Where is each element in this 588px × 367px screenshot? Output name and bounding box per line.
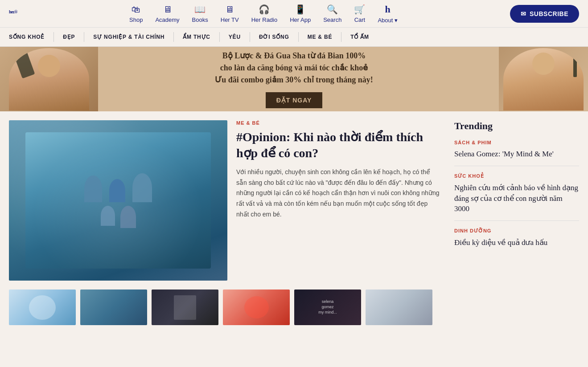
herradio-icon: 🎧 bbox=[259, 4, 270, 15]
cat-doi-song[interactable]: ĐỜI SỐNG bbox=[250, 32, 299, 42]
thumbnail-5[interactable]: selenagomezmy mind... bbox=[294, 290, 361, 325]
trending-title: Trending bbox=[454, 120, 579, 132]
nav-shop[interactable]: 🛍 Shop bbox=[129, 4, 143, 23]
search-icon: 🔍 bbox=[327, 4, 338, 15]
nav-search[interactable]: 🔍 Search bbox=[323, 4, 341, 23]
cat-to-am[interactable]: TỔ ẤM bbox=[341, 32, 378, 42]
herapp-icon: 📱 bbox=[295, 4, 306, 15]
category-nav: SỐNG KHOẺ ĐẸP SỰ NGHIỆP & TÀI CHÍNH ẨM T… bbox=[0, 28, 588, 47]
main-content: ME & BÉ #Opinion: Khi nào thời điểm thíc… bbox=[0, 111, 588, 334]
cat-yeu[interactable]: YÊU bbox=[220, 32, 250, 42]
books-icon: 📖 bbox=[194, 4, 206, 15]
trending-cat-3[interactable]: DINH DƯỠNG bbox=[454, 228, 579, 234]
nav-herradio[interactable]: 🎧 Her Radio bbox=[251, 4, 278, 23]
nav-herapp[interactable]: 📱 Her App bbox=[290, 4, 311, 23]
email-icon: ✉ bbox=[521, 10, 526, 17]
nav-academy[interactable]: 🖥 Academy bbox=[155, 4, 179, 23]
articles-section: ME & BÉ #Opinion: Khi nào thời điểm thíc… bbox=[9, 120, 441, 325]
cat-su-nghiep[interactable]: SỰ NGHIỆP & TÀI CHÍNH bbox=[84, 32, 174, 42]
article-excerpt: Với nhiều người, chuyện sinh con không c… bbox=[236, 167, 441, 220]
subscribe-button[interactable]: ✉ SUBSCRIBE bbox=[510, 5, 579, 23]
dot-2[interactable] bbox=[292, 102, 296, 106]
trending-item-1[interactable]: Selena Gomez: 'My Mind & Me' bbox=[454, 149, 579, 166]
nav-cart[interactable]: 🛒 Cart bbox=[354, 4, 365, 23]
hertv-icon: 🖥 bbox=[225, 4, 234, 15]
featured-article-meta: ME & BÉ #Opinion: Khi nào thời điểm thíc… bbox=[236, 120, 441, 281]
about-icon: h bbox=[385, 4, 391, 15]
banner-text: Bộ Lược & Đá Gua Sha từ đá Bian 100% cho… bbox=[215, 50, 373, 108]
thumbnail-row: selenagomezmy mind... bbox=[9, 290, 441, 325]
trending-cat-1[interactable]: SÁCH & PHIM bbox=[454, 140, 579, 145]
banner-headline: Bộ Lược & Đá Gua Sha từ đá Bian 100% cho… bbox=[215, 50, 373, 86]
shop-icon: 🛍 bbox=[132, 4, 140, 15]
dot-3[interactable] bbox=[299, 102, 302, 106]
thumbnail-4[interactable] bbox=[223, 290, 290, 325]
banner-image-right bbox=[499, 47, 588, 111]
cat-am-thuc[interactable]: ẨM THỰC bbox=[174, 32, 220, 42]
banner-image-left bbox=[0, 47, 98, 111]
cat-me-be[interactable]: ME & BÉ bbox=[299, 32, 342, 42]
banner-pagination bbox=[286, 102, 302, 106]
featured-article-image bbox=[9, 120, 227, 281]
sidebar: Trending SÁCH & PHIM Selena Gomez: 'My M… bbox=[454, 120, 579, 325]
logo[interactable]: her.® bbox=[9, 6, 17, 22]
cart-icon: 🛒 bbox=[354, 4, 365, 15]
cat-song-khoe[interactable]: SỐNG KHOẺ bbox=[9, 32, 54, 42]
trending-item-3[interactable]: Điều kỳ diệu về quả dưa hấu bbox=[454, 237, 579, 254]
dot-1[interactable] bbox=[286, 102, 290, 106]
nav-hertv[interactable]: 🖥 Her TV bbox=[221, 4, 239, 23]
article-category[interactable]: ME & BÉ bbox=[236, 120, 441, 126]
thumbnail-1[interactable] bbox=[9, 290, 76, 325]
main-nav: 🛍 Shop 🖥 Academy 📖 Books 🖥 Her TV 🎧 Her … bbox=[129, 4, 398, 24]
thumbnail-3[interactable] bbox=[152, 290, 218, 325]
thumbnail-2[interactable] bbox=[80, 290, 147, 325]
article-title[interactable]: #Opinion: Khi nào thời điểm thích hợp để… bbox=[236, 129, 441, 162]
academy-icon: 🖥 bbox=[163, 4, 172, 15]
header: her.® 🛍 Shop 🖥 Academy 📖 Books 🖥 Her TV … bbox=[0, 0, 588, 28]
featured-article: ME & BÉ #Opinion: Khi nào thời điểm thíc… bbox=[9, 120, 441, 281]
thumbnail-6[interactable] bbox=[366, 290, 432, 325]
trending-cat-2[interactable]: SỨC KHOẺ bbox=[454, 173, 579, 179]
nav-about[interactable]: h About ▾ bbox=[378, 4, 398, 24]
cat-dep[interactable]: ĐẸP bbox=[54, 32, 84, 42]
promo-banner: Bộ Lược & Đá Gua Sha từ đá Bian 100% cho… bbox=[0, 47, 588, 111]
trending-item-2[interactable]: Nghiên cứu mới cảnh báo về hình dạng đán… bbox=[454, 183, 579, 221]
nav-books[interactable]: 📖 Books bbox=[192, 4, 208, 23]
